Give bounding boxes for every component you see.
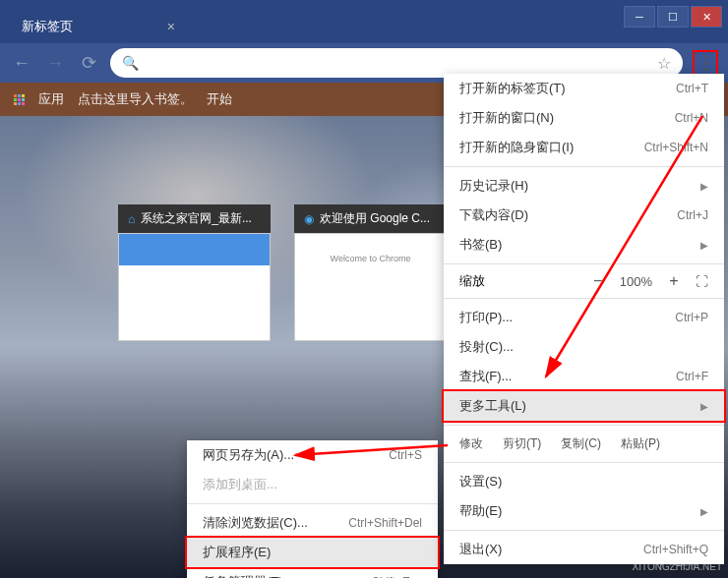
menu-item-exit[interactable]: 退出(X) Ctrl+Shift+Q xyxy=(444,535,724,564)
menu-shortcut: Ctrl+P xyxy=(675,311,708,324)
zoom-value: 100% xyxy=(620,274,652,289)
start-link[interactable]: 开始 xyxy=(207,90,232,108)
menu-label: 更多工具(L) xyxy=(459,397,526,415)
separator xyxy=(444,166,724,167)
menu-item-cast[interactable]: 投射(C)... xyxy=(444,332,724,362)
import-hint[interactable]: 点击这里导入书签。 xyxy=(78,90,193,108)
menu-label: 任务管理器(T) xyxy=(203,573,283,578)
menu-label: 打开新的隐身窗口(I) xyxy=(459,139,574,156)
menu-label: 设置(S) xyxy=(459,473,502,491)
chevron-right-icon: ▶ xyxy=(700,506,708,517)
main-menu: 打开新的标签页(T) Ctrl+T 打开新的窗口(N) Ctrl+N 打开新的隐… xyxy=(444,74,724,564)
menu-label: 帮助(E) xyxy=(459,502,502,520)
cut-button[interactable]: 剪切(T) xyxy=(503,435,541,452)
menu-item-downloads[interactable]: 下载内容(D) Ctrl+J xyxy=(444,201,724,230)
maximize-button[interactable]: ☐ xyxy=(657,6,689,28)
thumb-title: 欢迎使用 Google C... xyxy=(320,210,430,227)
thumbnail-tile[interactable]: ⌂系统之家官网_最新... xyxy=(118,204,271,341)
thumb-title: 系统之家官网_最新... xyxy=(141,210,252,227)
more-tools-submenu: 网页另存为(A)... Ctrl+S 添加到桌面... 清除浏览数据(C)...… xyxy=(187,440,438,578)
minimize-button[interactable]: ─ xyxy=(624,6,655,28)
menu-label: 打开新的标签页(T) xyxy=(459,80,566,97)
fullscreen-icon[interactable]: ⛶ xyxy=(696,274,708,289)
apps-icon[interactable] xyxy=(14,94,25,105)
menu-item-add-desktop: 添加到桌面... xyxy=(187,470,438,499)
chevron-right-icon: ▶ xyxy=(700,240,708,251)
thumbnail-tile[interactable]: ◉欢迎使用 Google C... xyxy=(294,204,447,341)
forward-button: → xyxy=(43,53,67,74)
menu-shortcut: Ctrl+N xyxy=(675,111,708,125)
separator xyxy=(444,263,724,264)
menu-label: 书签(B) xyxy=(459,236,502,254)
menu-item-find[interactable]: 查找(F)... Ctrl+F xyxy=(444,362,724,391)
separator xyxy=(444,462,724,463)
menu-shortcut: Ctrl+S xyxy=(389,448,422,462)
search-icon: 🔍 xyxy=(122,55,139,71)
tab-title: 新标签页 xyxy=(22,18,73,35)
close-button[interactable]: ✕ xyxy=(691,6,722,28)
menu-shortcut: Ctrl+T xyxy=(676,82,708,95)
bookmark-star-icon[interactable]: ☆ xyxy=(657,54,671,73)
menu-shortcut: Ctrl+Shift+N xyxy=(644,141,708,154)
titlebar: 新标签页 × ─ ☐ ✕ xyxy=(0,0,728,43)
menu-item-extensions[interactable]: 扩展程序(E) xyxy=(185,536,440,569)
menu-label: 网页另存为(A)... xyxy=(203,446,294,464)
close-icon[interactable]: × xyxy=(167,19,175,34)
menu-item-new-tab[interactable]: 打开新的标签页(T) Ctrl+T xyxy=(444,74,724,103)
menu-item-bookmarks[interactable]: 书签(B) ▶ xyxy=(444,230,724,260)
menu-item-edit: 修改 剪切(T) 复制(C) 粘贴(P) xyxy=(444,430,724,458)
paste-button[interactable]: 粘贴(P) xyxy=(621,435,660,452)
chrome-icon: ◉ xyxy=(304,212,314,226)
menu-item-more-tools[interactable]: 更多工具(L) ▶ xyxy=(442,389,726,423)
menu-item-new-window[interactable]: 打开新的窗口(N) Ctrl+N xyxy=(444,103,724,133)
apps-label[interactable]: 应用 xyxy=(38,90,64,108)
browser-tab[interactable]: 新标签页 × xyxy=(6,10,183,43)
menu-shortcut: Ctrl+J xyxy=(677,208,708,222)
copy-button[interactable]: 复制(C) xyxy=(561,435,601,452)
chevron-right-icon: ▶ xyxy=(700,181,708,192)
menu-label: 打印(P)... xyxy=(459,309,513,326)
main-menu-button[interactable] xyxy=(693,50,718,76)
menu-label: 下载内容(D) xyxy=(459,206,528,224)
menu-shortcut: Ctrl+Shift+Del xyxy=(348,516,422,530)
browser-window: 新标签页 × ─ ☐ ✕ ← → ⟳ 🔍 ☆ 应用 点击这里导入书签。 开始 xyxy=(0,0,728,578)
menu-label: 扩展程序(E) xyxy=(203,544,271,561)
menu-label: 修改 xyxy=(459,435,483,452)
separator xyxy=(444,425,724,426)
chevron-right-icon: ▶ xyxy=(700,401,708,412)
menu-label: 清除浏览数据(C)... xyxy=(203,514,308,532)
menu-label: 投射(C)... xyxy=(459,338,514,356)
zoom-in-button[interactable]: + xyxy=(664,272,684,290)
zoom-out-button[interactable]: − xyxy=(588,272,608,290)
site-icon: ⌂ xyxy=(128,212,135,226)
thumbnails: ⌂系统之家官网_最新... ◉欢迎使用 Google C... xyxy=(118,204,447,341)
menu-label: 查找(F)... xyxy=(459,368,512,385)
menu-item-help[interactable]: 帮助(E) ▶ xyxy=(444,496,724,526)
separator xyxy=(444,298,724,299)
thumb-preview xyxy=(294,233,447,341)
menu-label: 历史记录(H) xyxy=(459,177,528,195)
menu-shortcut: Ctrl+Shift+Q xyxy=(643,543,708,556)
window-controls: ─ ☐ ✕ xyxy=(624,6,722,28)
menu-item-incognito[interactable]: 打开新的隐身窗口(I) Ctrl+Shift+N xyxy=(444,133,724,162)
menu-label: 打开新的窗口(N) xyxy=(459,109,554,127)
menu-item-settings[interactable]: 设置(S) xyxy=(444,467,724,496)
menu-item-print[interactable]: 打印(P)... Ctrl+P xyxy=(444,303,724,332)
menu-shortcut: Ctrl+F xyxy=(676,370,708,383)
reload-button[interactable]: ⟳ xyxy=(77,52,100,74)
back-button[interactable]: ← xyxy=(10,53,33,74)
menu-item-save-as[interactable]: 网页另存为(A)... Ctrl+S xyxy=(187,440,438,470)
menu-label: 添加到桌面... xyxy=(203,476,277,493)
menu-label: 退出(X) xyxy=(459,541,502,558)
menu-item-clear-data[interactable]: 清除浏览数据(C)... Ctrl+Shift+Del xyxy=(187,508,438,538)
separator xyxy=(444,530,724,531)
thumb-preview xyxy=(118,233,271,341)
menu-item-zoom: 缩放 − 100% + ⛶ xyxy=(444,268,724,294)
separator xyxy=(187,503,438,504)
menu-label: 缩放 xyxy=(459,272,485,290)
menu-item-history[interactable]: 历史记录(H) ▶ xyxy=(444,171,724,201)
